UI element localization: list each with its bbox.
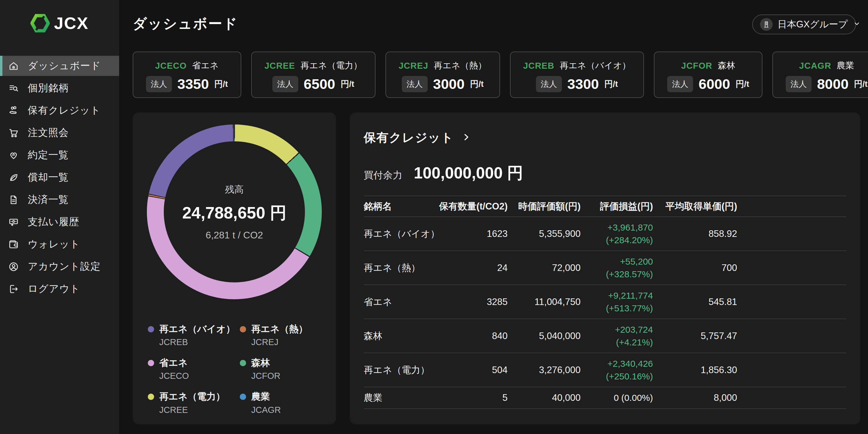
legend-item-JCFOR: 森林JCFOR [240,357,332,381]
price-card-JCAGR[interactable]: JCAGR農業法人8000円/t [772,52,868,98]
legend-color-dot [240,326,246,332]
legend-texts: 再エネ（バイオ）JCREB [159,323,235,347]
column-header: 評価損益(円) [581,200,653,213]
sidebar: JCX ダッシュボード個別銘柄保有クレジット注文照会約定一覧償却一覧決済一覧支払… [0,0,119,434]
sidebar-item-credits[interactable]: 保有クレジット [0,100,119,121]
price-card-JCREJ[interactable]: JCREJ再エネ（熱）法人3000円/t [385,52,500,98]
cell-quantity: 24 [436,263,507,273]
card-title: JCREJ再エネ（熱） [399,60,487,72]
payment-icon [8,217,19,228]
sidebar-item-executions[interactable]: 約定一覧 [0,145,119,165]
logout-icon [8,283,19,295]
ticker-price: 3350 [177,76,209,92]
sidebar-item-label: ログアウト [28,282,80,296]
legend-code: JCAGR [251,405,281,415]
balance-tons: 6,281 t / CO2 [206,230,263,241]
legend-code: JCREE [159,405,225,415]
cell-gain-loss: +55,200(+328.57%) [581,255,653,280]
donut-center: 残高 24,788,650 円 6,281 t / CO2 [164,141,305,282]
legend-color-dot [240,394,246,400]
home-icon [8,61,19,71]
deal-icon [8,150,19,161]
price-unit: 円/t [214,78,228,90]
column-header: 平均取得単価(円) [653,200,737,213]
price-card-JCECO[interactable]: JCECO省エネ法人3350円/t [133,52,241,98]
sidebar-item-instruments[interactable]: 個別銘柄 [0,78,119,98]
corporate-badge: 法人 [786,76,812,92]
legend-color-dot [148,360,154,366]
cell-average-price: 858.92 [653,229,737,239]
corporate-badge: 法人 [146,76,172,92]
buying-power-value: 100,000,000 円 [414,162,523,184]
cell-gain-loss: 0 (0.00%) [581,392,653,404]
sidebar-item-label: 支払い履歴 [28,215,79,229]
legend-item-JCREE: 再エネ（電力）JCREE [148,391,240,415]
sidebar-item-account[interactable]: アカウント設定 [0,257,119,277]
balance-panel: 残高 24,788,650 円 6,281 t / CO2 再エネ（バイオ）JC… [133,112,336,424]
cell-quantity: 5 [436,392,507,403]
cell-average-price: 8,000 [653,392,737,403]
cell-gain-loss: +3,961,870(+284.20%) [581,221,653,246]
sidebar-item-dashboard[interactable]: ダッシュボード [0,56,119,76]
table-row: 再エネ（熱）2472,000+55,200(+328.57%)700 [364,251,846,285]
sidebar-item-label: 保有クレジット [28,104,101,117]
leaf-icon [8,172,19,183]
logo-text: JCX [54,13,89,33]
holdings-donut-chart: 残高 24,788,650 円 6,281 t / CO2 [147,125,322,299]
legend-code: JCREB [159,337,235,347]
legend-item-JCREB: 再エネ（バイオ）JCREB [148,323,240,347]
corporate-badge: 法人 [536,76,562,92]
price-card-JCREB[interactable]: JCREB再エネ（バイオ）法人3300円/t [510,52,644,98]
card-title: JCREE再エネ（電力） [265,60,362,72]
chevron-right-icon [462,133,471,143]
legend-item-JCAGR: 農業JCAGR [240,391,332,415]
ticker-code: JCECO [155,61,187,71]
sidebar-item-retirements[interactable]: 償却一覧 [0,167,119,188]
ticker-name: 再エネ（電力） [300,60,362,72]
holdings-table: 銘柄名保有数量(t/CO2)時価評価額(円)評価損益(円)平均取得単価(円) 再… [364,196,846,409]
sidebar-item-logout[interactable]: ログアウト [0,279,119,299]
cell-market-value: 3,276,000 [507,365,581,375]
sidebar-item-settlements[interactable]: 決済一覧 [0,190,119,210]
card-title: JCFOR森林 [681,60,735,72]
column-header: 時価評価額(円) [507,200,581,213]
legend-color-dot [148,326,154,332]
cell-average-price: 1,856.30 [653,365,737,375]
page-title: ダッシュボード [133,14,238,33]
holdings-link[interactable]: 保有クレジット [364,129,471,146]
table-row: 再エネ（電力）5043,276,000+2,340,426(+250.16%)1… [364,353,846,387]
price-card-JCREE[interactable]: JCREE再エネ（電力）法人6500円/t [251,52,375,98]
table-row: 再エネ（バイオ）16235,355,900+3,961,870(+284.20%… [364,217,846,251]
donut-legend: 再エネ（バイオ）JCREB再エネ（熱）JCREJ省エネJCECO森林JCFOR再… [148,323,332,415]
org-selector[interactable]: 日本GXグループ [752,14,856,34]
sidebar-item-orders[interactable]: 注文照会 [0,123,119,143]
ticker-name: 再エネ（バイオ） [560,60,631,72]
sidebar-item-payments[interactable]: 支払い履歴 [0,212,119,232]
sidebar-item-label: 償却一覧 [28,171,69,184]
chevron-down-icon [852,20,861,29]
column-header: 保有数量(t/CO2) [436,200,507,213]
card-price-row: 法人3300円/t [536,76,618,92]
cell-market-value: 40,000 [507,392,581,403]
cell-gain-loss: +2,340,426(+250.16%) [581,358,653,383]
corporate-badge: 法人 [667,76,693,92]
wallet-icon [8,239,19,250]
cell-market-value: 5,040,000 [507,331,581,341]
cell-gain-loss: +203,724(+4.21%) [581,323,653,349]
legend-texts: 森林JCFOR [251,357,280,381]
cell-instrument-name: 再エネ（バイオ） [364,228,436,240]
sidebar-item-label: 注文照会 [28,126,69,139]
sidebar-item-wallet[interactable]: ウォレット [0,234,119,254]
cell-average-price: 5,757.47 [653,331,737,341]
legend-item-JCREJ: 再エネ（熱）JCREJ [240,323,332,347]
holdings-table-header: 銘柄名保有数量(t/CO2)時価評価額(円)評価損益(円)平均取得単価(円) [364,196,846,217]
price-card-JCFOR[interactable]: JCFOR森林法人6000円/t [654,52,763,98]
ticker-price: 6500 [304,76,335,92]
card-price-row: 法人3000円/t [402,76,484,92]
price-unit: 円/t [470,78,484,90]
cell-average-price: 545.81 [653,297,737,307]
ticker-code: JCREE [265,61,295,71]
sidebar-item-label: 決済一覧 [28,193,69,206]
cell-quantity: 1623 [436,229,507,239]
ticker-name: 農業 [837,60,854,72]
